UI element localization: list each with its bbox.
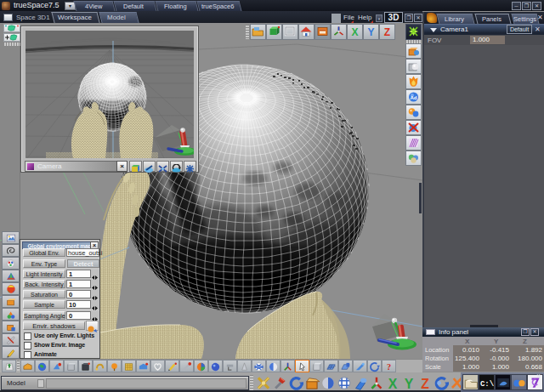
svg-text:C:\: C:\ bbox=[480, 379, 494, 389]
svg-text:X: X bbox=[388, 377, 397, 390]
svg-text:?: ? bbox=[386, 362, 390, 372]
svg-text:Z: Z bbox=[421, 377, 429, 390]
svg-text:X: X bbox=[351, 26, 358, 38]
svg-text:Y: Y bbox=[367, 26, 374, 38]
svg-text:Ad: Ad bbox=[411, 95, 417, 100]
svg-text:Z: Z bbox=[384, 26, 390, 38]
svg-text:Y: Y bbox=[404, 377, 413, 390]
